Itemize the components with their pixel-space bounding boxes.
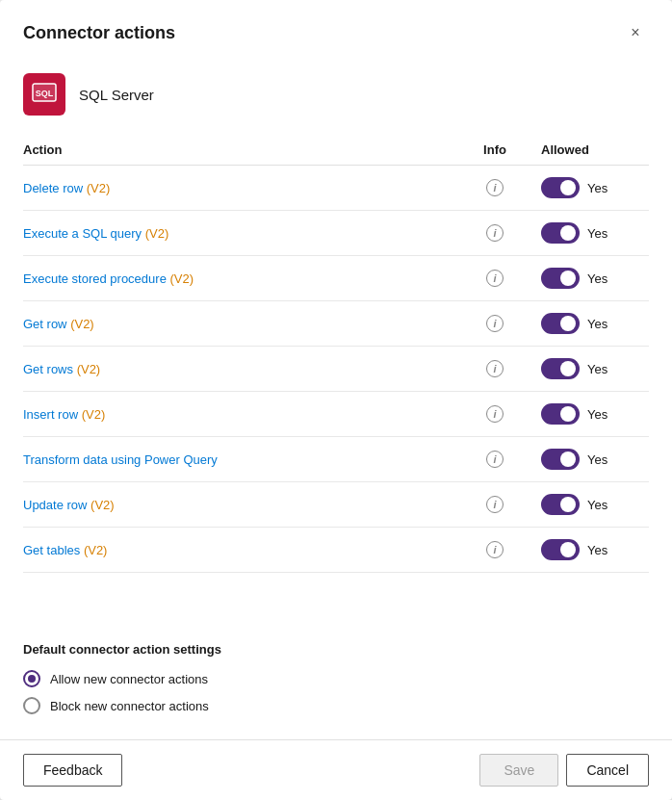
info-icon[interactable]: i — [486, 360, 504, 377]
radio-label-allow: Allow new connector actions — [50, 672, 208, 686]
table-row: Insert row (V2) i Yes — [23, 392, 649, 437]
allowed-cell: Yes — [533, 358, 649, 379]
toggle-1[interactable] — [541, 177, 580, 198]
toggle-7[interactable] — [541, 449, 580, 470]
toggle-5[interactable] — [541, 358, 580, 379]
info-icon[interactable]: i — [486, 451, 504, 468]
dialog-footer: Feedback Save Cancel — [0, 739, 672, 800]
table-row: Transform data using Power Query i Yes — [23, 437, 649, 482]
save-button[interactable]: Save — [479, 754, 558, 787]
table-rows: Delete row (V2) i Yes Execute a SQL quer… — [23, 166, 649, 573]
info-cell: i — [456, 224, 533, 242]
toggle-label: Yes — [587, 226, 607, 241]
info-icon[interactable]: i — [486, 315, 504, 332]
svg-text:SQL: SQL — [36, 89, 54, 98]
radio-options: Allow new connector actions Block new co… — [23, 670, 649, 714]
toggle-6[interactable] — [541, 403, 580, 425]
info-cell: i — [456, 405, 533, 423]
info-icon[interactable]: i — [486, 270, 504, 287]
info-icon[interactable]: i — [486, 179, 504, 196]
toggle-label: Yes — [587, 498, 607, 512]
action-name: Update row (V2) — [23, 498, 456, 512]
default-settings: Default connector action settings Allow … — [0, 623, 672, 739]
settings-title: Default connector action settings — [23, 642, 649, 657]
connector-actions-dialog: Connector actions × SQL SQL Server Actio… — [0, 0, 672, 800]
footer-right: Save Cancel — [479, 754, 649, 787]
toggle-label: Yes — [587, 271, 607, 286]
action-name: Transform data using Power Query — [23, 452, 456, 467]
toggle-label: Yes — [587, 452, 607, 467]
toggle-label: Yes — [587, 362, 607, 376]
allowed-cell: Yes — [533, 539, 649, 560]
action-name: Insert row (V2) — [23, 407, 456, 422]
toggle-3[interactable] — [541, 268, 580, 289]
radio-circle-block — [23, 697, 40, 714]
allowed-cell: Yes — [533, 494, 649, 515]
connector-icon: SQL — [23, 73, 65, 116]
allowed-cell: Yes — [533, 268, 649, 289]
toggle-9[interactable] — [541, 539, 580, 560]
toggle-label: Yes — [587, 543, 607, 557]
table-row: Get row (V2) i Yes — [23, 301, 649, 347]
feedback-button[interactable]: Feedback — [23, 754, 122, 787]
action-name: Get tables (V2) — [23, 543, 456, 557]
table-row: Execute stored procedure (V2) i Yes — [23, 256, 649, 301]
col-header-allowed: Allowed — [533, 142, 649, 157]
cancel-button[interactable]: Cancel — [566, 754, 649, 787]
toggle-2[interactable] — [541, 222, 580, 244]
info-cell: i — [456, 270, 533, 287]
col-header-action: Action — [23, 142, 456, 157]
table-header: Action Info Allowed — [23, 135, 649, 166]
info-icon[interactable]: i — [486, 541, 504, 558]
connector-name: SQL Server — [79, 87, 154, 103]
close-button[interactable]: × — [622, 19, 649, 46]
radio-label-block: Block new connector actions — [50, 699, 209, 713]
table-row: Delete row (V2) i Yes — [23, 166, 649, 211]
col-header-info: Info — [456, 142, 533, 157]
actions-table: Action Info Allowed Delete row (V2) i Ye… — [0, 135, 672, 623]
radio-block[interactable]: Block new connector actions — [23, 697, 649, 714]
toggle-8[interactable] — [541, 494, 580, 515]
toggle-label: Yes — [587, 181, 607, 195]
table-row: Get tables (V2) i Yes — [23, 528, 649, 573]
dialog-header: Connector actions × — [0, 0, 672, 62]
info-icon[interactable]: i — [486, 405, 504, 423]
allowed-cell: Yes — [533, 313, 649, 334]
info-cell: i — [456, 451, 533, 468]
connector-info: SQL SQL Server — [0, 62, 672, 135]
connector-icon-text: SQL — [31, 82, 58, 106]
allowed-cell: Yes — [533, 449, 649, 470]
table-row: Execute a SQL query (V2) i Yes — [23, 211, 649, 256]
table-row: Update row (V2) i Yes — [23, 482, 649, 528]
action-name: Execute stored procedure (V2) — [23, 271, 456, 286]
radio-circle-allow — [23, 670, 40, 687]
info-cell: i — [456, 179, 533, 196]
toggle-label: Yes — [587, 317, 607, 331]
toggle-label: Yes — [587, 407, 607, 422]
info-cell: i — [456, 360, 533, 377]
action-name: Delete row (V2) — [23, 181, 456, 195]
action-name: Get rows (V2) — [23, 362, 456, 376]
info-cell: i — [456, 496, 533, 513]
info-icon[interactable]: i — [486, 496, 504, 513]
allowed-cell: Yes — [533, 403, 649, 425]
allowed-cell: Yes — [533, 222, 649, 244]
allowed-cell: Yes — [533, 177, 649, 198]
toggle-4[interactable] — [541, 313, 580, 334]
radio-allow[interactable]: Allow new connector actions — [23, 670, 649, 687]
action-name: Execute a SQL query (V2) — [23, 226, 456, 241]
info-cell: i — [456, 541, 533, 558]
action-name: Get row (V2) — [23, 317, 456, 331]
info-cell: i — [456, 315, 533, 332]
info-icon[interactable]: i — [486, 224, 504, 242]
dialog-title: Connector actions — [23, 23, 175, 43]
table-row: Get rows (V2) i Yes — [23, 347, 649, 392]
